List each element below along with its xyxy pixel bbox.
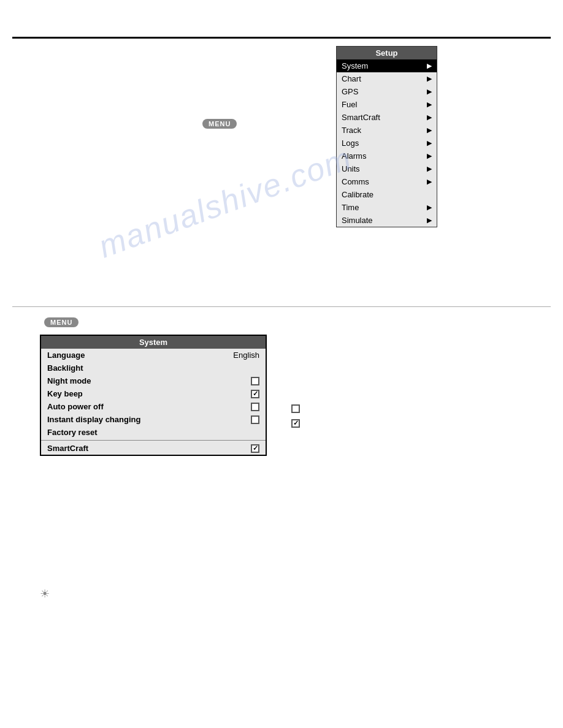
setup-item-time[interactable]: Time▶ xyxy=(337,201,437,214)
arrow-icon: ▶ xyxy=(427,75,432,83)
menu-button-bottom[interactable]: MENU xyxy=(44,317,79,327)
arrow-icon: ▶ xyxy=(427,203,432,211)
checkbox-auto-power-off[interactable] xyxy=(251,403,259,411)
system-row-key-beep[interactable]: Key beep xyxy=(41,387,266,400)
setup-item-track[interactable]: Track▶ xyxy=(337,124,437,137)
setup-header: Setup xyxy=(337,47,437,59)
setup-item-comms[interactable]: Comms▶ xyxy=(337,175,437,188)
arrow-icon: ▶ xyxy=(427,126,432,134)
setup-item-alarms[interactable]: Alarms▶ xyxy=(337,150,437,162)
checkbox-night-mode[interactable] xyxy=(251,377,259,385)
setup-item-fuel[interactable]: Fuel▶ xyxy=(337,98,437,111)
system-row-factory-reset[interactable]: Factory reset xyxy=(41,426,266,439)
setup-item-units[interactable]: Units▶ xyxy=(337,162,437,175)
checkbox-smartcraft[interactable] xyxy=(251,444,259,453)
system-divider xyxy=(41,440,266,441)
arrow-icon: ▶ xyxy=(427,216,432,224)
checkbox-key-beep[interactable] xyxy=(251,390,259,398)
checkbox-instant-display-changing[interactable] xyxy=(251,415,259,424)
mid-rule xyxy=(12,306,551,307)
system-row-instant-display-changing[interactable]: Instant display changing xyxy=(41,413,266,426)
arrow-icon: ▶ xyxy=(427,139,432,147)
side-checked-checkbox: ✓ xyxy=(291,417,300,428)
arrow-icon: ▶ xyxy=(427,88,432,96)
arrow-icon: ▶ xyxy=(427,113,432,121)
arrow-icon: ▶ xyxy=(427,152,432,160)
setup-item-system[interactable]: System▶ xyxy=(337,59,437,72)
setup-item-logs[interactable]: Logs▶ xyxy=(337,137,437,150)
setup-item-smartcraft[interactable]: SmartCraft▶ xyxy=(337,111,437,124)
menu-pill-bottom[interactable]: MENU xyxy=(44,317,79,327)
top-rule xyxy=(12,37,551,39)
setup-item-simulate[interactable]: Simulate▶ xyxy=(337,214,437,227)
system-panel: System LanguageEnglishBacklightNight mod… xyxy=(40,335,267,456)
system-row-smartcraft[interactable]: SmartCraft xyxy=(41,442,266,455)
arrow-icon: ▶ xyxy=(427,178,432,186)
arrow-icon: ▶ xyxy=(427,165,432,173)
system-panel-header: System xyxy=(41,336,266,349)
arrow-icon: ▶ xyxy=(427,62,432,70)
setup-item-chart[interactable]: Chart▶ xyxy=(337,72,437,85)
menu-button-top[interactable]: MENU xyxy=(202,118,237,129)
arrow-icon: ▶ xyxy=(427,100,432,108)
setup-item-gps[interactable]: GPS▶ xyxy=(337,85,437,98)
watermark: manualshive.com xyxy=(94,139,357,265)
system-row-backlight[interactable]: Backlight xyxy=(41,362,266,374)
menu-pill-top[interactable]: MENU xyxy=(202,119,237,129)
setup-item-calibrate[interactable]: Calibrate xyxy=(337,188,437,201)
system-row-auto-power-off[interactable]: Auto power off xyxy=(41,400,266,413)
sun-icon: ☀ xyxy=(40,587,50,601)
system-row-night-mode[interactable]: Night mode xyxy=(41,374,266,387)
setup-dropdown: Setup System▶Chart▶GPS▶Fuel▶SmartCraft▶T… xyxy=(336,46,437,227)
side-unchecked-checkbox xyxy=(291,404,300,415)
system-row-language[interactable]: LanguageEnglish xyxy=(41,349,266,362)
